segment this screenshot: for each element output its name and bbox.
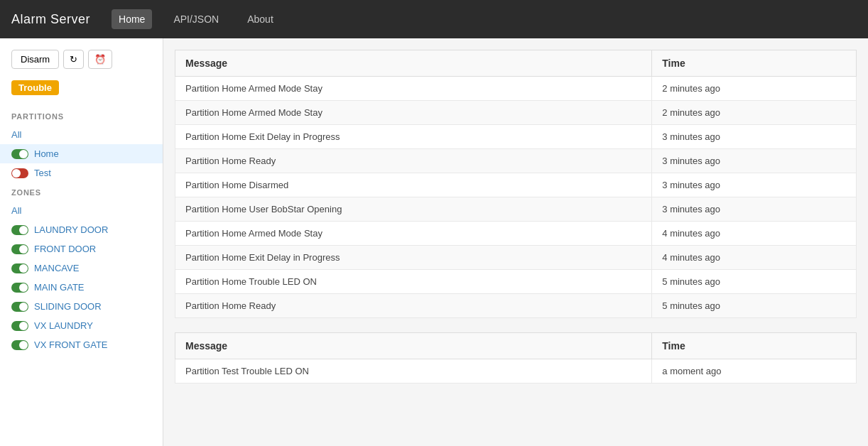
refresh-icon: ↻ xyxy=(70,54,77,65)
event-time: a moment ago xyxy=(652,359,857,384)
zone-item-3[interactable]: MAIN GATE xyxy=(0,278,163,297)
main-content: Message Time Partition Home Armed Mode S… xyxy=(163,38,868,446)
event-time: 5 minutes ago xyxy=(652,270,857,294)
zone-label-4: SLIDING DOOR xyxy=(34,301,102,312)
event-table-1: Message Time Partition Home Armed Mode S… xyxy=(175,50,857,318)
zone-label-0: LAUNDRY DOOR xyxy=(34,224,108,235)
event-message: Partition Home Armed Mode Stay xyxy=(175,101,652,125)
sidebar: Disarm ↻ ⏰ Trouble PARTITIONS All Home T… xyxy=(0,38,163,446)
partition-all[interactable]: All xyxy=(0,125,163,144)
col-header-time-2: Time xyxy=(652,333,857,359)
zone-toggle-4 xyxy=(11,302,28,312)
toggle-circle xyxy=(19,245,28,254)
table-row: Partition Home Exit Delay in Progress 3 … xyxy=(175,125,857,149)
zone-label-3: MAIN GATE xyxy=(34,282,85,293)
partition-test-toggle xyxy=(11,168,28,178)
partition-home-toggle xyxy=(11,149,28,159)
partition-home-label: Home xyxy=(34,148,59,159)
zone-toggle-1 xyxy=(11,244,28,254)
event-message: Partition Home Trouble LED ON xyxy=(175,270,652,294)
table-row: Partition Home Ready 5 minutes ago xyxy=(175,294,857,318)
zone-toggle-5 xyxy=(11,321,28,331)
refresh-button[interactable]: ↻ xyxy=(63,50,84,69)
trouble-badge: Trouble xyxy=(11,80,59,95)
toggle-circle xyxy=(19,150,28,158)
event-time: 3 minutes ago xyxy=(652,173,857,197)
table-row: Partition Home Armed Mode Stay 2 minutes… xyxy=(175,77,857,101)
nav-home[interactable]: Home xyxy=(112,9,152,29)
navbar: Alarm Server Home API/JSON About xyxy=(0,0,868,38)
history-button[interactable]: ⏰ xyxy=(88,50,112,69)
event-time: 3 minutes ago xyxy=(652,197,857,222)
table-row: Partition Home Ready 3 minutes ago xyxy=(175,149,857,173)
event-time: 4 minutes ago xyxy=(652,246,857,270)
toggle-circle xyxy=(19,341,28,349)
toggle-circle xyxy=(19,226,28,234)
event-time: 3 minutes ago xyxy=(652,125,857,149)
brand-title: Alarm Server xyxy=(11,12,90,27)
event-message: Partition Home Ready xyxy=(175,149,652,173)
zone-toggle-0 xyxy=(11,225,28,235)
zone-item-0[interactable]: LAUNDRY DOOR xyxy=(0,220,163,239)
partition-test-label: Test xyxy=(34,168,51,178)
partition-home[interactable]: Home xyxy=(0,144,163,163)
partition-all-label: All xyxy=(11,129,21,140)
zone-item-5[interactable]: VX LAUNDRY xyxy=(0,316,163,335)
toggle-circle xyxy=(19,303,28,311)
zone-toggle-6 xyxy=(11,340,28,350)
zones-label: ZONES xyxy=(0,183,163,201)
event-time: 5 minutes ago xyxy=(652,294,857,318)
toggle-circle xyxy=(12,169,21,178)
zone-all[interactable]: All xyxy=(0,201,163,220)
event-message: Partition Home Disarmed xyxy=(175,173,652,197)
event-time: 4 minutes ago xyxy=(652,222,857,246)
table2-body: Partition Test Trouble LED ON a moment a… xyxy=(175,359,857,384)
zone-item-2[interactable]: MANCAVE xyxy=(0,259,163,278)
event-time: 3 minutes ago xyxy=(652,149,857,173)
event-message: Partition Test Trouble LED ON xyxy=(175,359,652,384)
nav-api-json[interactable]: API/JSON xyxy=(166,9,226,29)
toggle-circle xyxy=(19,322,28,330)
zone-toggle-3 xyxy=(11,283,28,293)
col-header-message-1: Message xyxy=(175,50,652,77)
zone-label-1: FRONT DOOR xyxy=(34,244,96,254)
col-header-message-2: Message xyxy=(175,333,652,359)
zone-label-2: MANCAVE xyxy=(34,263,79,273)
table-row: Partition Test Trouble LED ON a moment a… xyxy=(175,359,857,384)
event-message: Partition Home User BobStar Opening xyxy=(175,197,652,222)
nav-about[interactable]: About xyxy=(240,9,281,29)
event-time: 2 minutes ago xyxy=(652,101,857,125)
event-time: 2 minutes ago xyxy=(652,77,857,101)
zone-toggle-2 xyxy=(11,263,28,273)
partitions-label: PARTITIONS xyxy=(0,107,163,125)
zone-item-6[interactable]: VX FRONT GATE xyxy=(0,335,163,354)
clock-icon: ⏰ xyxy=(94,54,106,65)
zones-list: LAUNDRY DOOR FRONT DOOR MANCAVE MAIN GAT… xyxy=(0,220,163,354)
table-row: Partition Home Armed Mode Stay 2 minutes… xyxy=(175,101,857,125)
toggle-circle xyxy=(19,264,28,273)
toggle-circle xyxy=(19,283,28,292)
table-row: Partition Home Disarmed 3 minutes ago xyxy=(175,173,857,197)
event-table-2: Message Time Partition Test Trouble LED … xyxy=(175,332,857,384)
table1-body: Partition Home Armed Mode Stay 2 minutes… xyxy=(175,77,857,318)
zone-label-5: VX LAUNDRY xyxy=(34,320,93,331)
zone-all-label: All xyxy=(11,205,21,216)
table-row: Partition Home User BobStar Opening 3 mi… xyxy=(175,197,857,222)
table-row: Partition Home Trouble LED ON 5 minutes … xyxy=(175,270,857,294)
disarm-button[interactable]: Disarm xyxy=(11,50,59,69)
col-header-time-1: Time xyxy=(652,50,857,77)
zone-item-4[interactable]: SLIDING DOOR xyxy=(0,297,163,316)
partition-test[interactable]: Test xyxy=(0,163,163,183)
main-container: Disarm ↻ ⏰ Trouble PARTITIONS All Home T… xyxy=(0,38,868,446)
table-row: Partition Home Armed Mode Stay 4 minutes… xyxy=(175,222,857,246)
event-message: Partition Home Armed Mode Stay xyxy=(175,77,652,101)
table-row: Partition Home Exit Delay in Progress 4 … xyxy=(175,246,857,270)
event-message: Partition Home Armed Mode Stay xyxy=(175,222,652,246)
sidebar-controls: Disarm ↻ ⏰ xyxy=(0,50,163,80)
event-message: Partition Home Exit Delay in Progress xyxy=(175,125,652,149)
event-message: Partition Home Exit Delay in Progress xyxy=(175,246,652,270)
event-message: Partition Home Ready xyxy=(175,294,652,318)
zone-label-6: VX FRONT GATE xyxy=(34,339,108,350)
zone-item-1[interactable]: FRONT DOOR xyxy=(0,239,163,259)
